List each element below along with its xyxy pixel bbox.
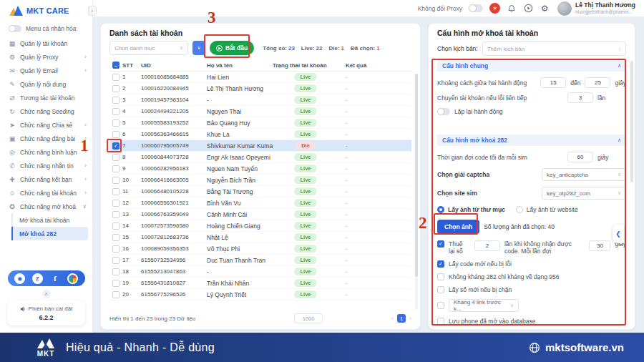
accounts-panel-title: Danh sách tài khoản — [109, 26, 411, 37]
user-menu[interactable]: Lê Thị Thanh Hương huonglethithanh@phamm… — [557, 1, 635, 16]
sidebar-item-unlock-282[interactable]: Mở khoá 282 — [11, 227, 88, 240]
row-checkbox[interactable] — [112, 222, 119, 230]
settings-gear-icon[interactable]: ⚙ — [540, 4, 550, 14]
table-scrollbar[interactable] — [415, 74, 418, 310]
table-row[interactable]: 16 100089059356353 Võ Thục Phi Live - — [109, 243, 411, 255]
sidebar-item-email-management[interactable]: ✉ Quản lý Email › — [0, 64, 92, 77]
cell-uid: 100066763359049 — [141, 211, 207, 217]
row-checkbox[interactable] — [112, 97, 119, 104]
sidebar-item-share[interactable]: ➤ Chức năng Chia sẻ › — [0, 118, 92, 132]
row-checkbox[interactable] — [112, 291, 119, 298]
config-scrollbar[interactable] — [630, 61, 633, 182]
category-select[interactable]: Chọn danh mục ∨ — [109, 41, 188, 55]
table-footer: Hiển thị 1 đến 23 trong 23 Dữ liệu ‹ 1 › — [109, 309, 411, 323]
table-row[interactable]: 13 100066763359049 Cảnh Minh Cái Live - — [109, 209, 411, 220]
row-checkbox[interactable] — [112, 131, 119, 138]
prev-page-icon[interactable]: ‹ — [391, 315, 394, 322]
tutorial-play-icon[interactable] — [523, 4, 533, 14]
table-row[interactable]: 2 100016220084945 Lê Thị Thanh Hương Liv… — [109, 83, 411, 94]
table-row[interactable]: 6 100056363466615 Khue La Live - — [109, 129, 411, 140]
cell-uid: 100089059356353 — [141, 245, 207, 252]
row-checkbox[interactable] — [112, 234, 119, 241]
version-collapse-icon[interactable]: ∧ — [42, 290, 51, 298]
scenario-select[interactable]: Thêm kịch bản ↕ — [482, 41, 626, 56]
row-checkbox[interactable] — [112, 119, 119, 127]
sidebar-item-unlock-functions[interactable]: ✪ Chức năng mở khoá ∨ — [0, 200, 92, 213]
table-row[interactable]: 17 61550732534956 Duc Tuan Thanh Tran Li… — [109, 255, 411, 266]
table-row[interactable]: 1 100016085684885 Hai Lien Live - — [109, 72, 411, 83]
cell-name: Bằng Tài Trương — [207, 188, 273, 195]
row-checkbox[interactable] — [112, 280, 119, 287]
cell-name: - — [207, 97, 273, 104]
brand-name: MKT CARE — [26, 6, 69, 15]
cell-result: - — [338, 74, 411, 80]
sidebar-item-icon: ✚ — [9, 176, 16, 183]
personalize-toggle[interactable] — [9, 25, 21, 32]
table-row[interactable]: 15 100072812683736 Nhật Lệ Live - — [109, 232, 411, 243]
row-checkbox[interactable] — [112, 200, 119, 207]
footer-website[interactable]: mktsoftware.vn — [529, 341, 624, 353]
row-checkbox[interactable] — [112, 257, 119, 264]
sidebar-item-posting[interactable]: ▣ Chức năng đăng bài › — [0, 132, 92, 145]
sidebar-item-accounts-management[interactable]: ▦ Quản lý tài khoản — [0, 36, 92, 50]
table-row[interactable]: 9 100066282956183 Nguen Nam Tuyển Live - — [109, 163, 411, 175]
notifications-bell-icon[interactable] — [507, 4, 517, 14]
row-checkbox[interactable] — [112, 85, 119, 92]
table-row[interactable]: 11 100066480105228 Bằng Tài Trương Live … — [109, 186, 411, 197]
table-row[interactable]: 18 61555213047863 - Live - — [109, 266, 411, 278]
sidebar-item-content-management[interactable]: ✎ Quản lý nội dung — [0, 77, 92, 91]
table-row[interactable]: 10 100066416663005 Nguyễn Bích Trần Live… — [109, 175, 411, 186]
cell-stt: 13 — [122, 211, 141, 217]
brand-logo: MKT CARE — [0, 0, 92, 21]
cell-result: - — [338, 245, 411, 252]
cell-name: Nguyễn Bích Trần — [207, 177, 273, 184]
sidebar-item-account-interaction[interactable]: ⇄ Tương tác tài khoản — [0, 91, 92, 104]
table-row[interactable]: 4 100024494221205 Nguyen Thai Live - — [109, 106, 411, 117]
row-checkbox[interactable] — [112, 268, 119, 275]
row-checkbox[interactable] — [112, 245, 119, 253]
cell-stt: 8 — [122, 154, 141, 160]
annotation-number-2: 2 — [419, 215, 427, 231]
status-badge: Live — [294, 84, 316, 92]
row-checkbox[interactable] — [112, 74, 119, 81]
sidebar-item-messaging[interactable]: ✆ Chức năng nhắn tin › — [0, 159, 92, 172]
table-row[interactable]: 7 100060795005749 Shivkumar Kumar Kumar … — [109, 140, 411, 152]
panel-collapse-handle[interactable]: ❮ — [613, 225, 624, 243]
language-flag-icon[interactable]: ★ — [489, 3, 500, 14]
zalo-icon[interactable]: Z — [32, 273, 43, 284]
table-row[interactable]: 20 61556775296526 Lý Quynh Triết Live - — [109, 289, 411, 300]
sidebar-item-seeding[interactable]: ↻ Chức năng Seeding — [0, 104, 92, 118]
sidebar-item-account-functions[interactable]: ☺ Chức năng tài khoản › — [0, 186, 92, 200]
table-row[interactable]: 19 61556431810827 Trần Khải Nhân Live - — [109, 278, 411, 289]
row-checkbox[interactable] — [112, 177, 119, 184]
table-row[interactable]: 3 100019457983104 - Live - — [109, 94, 411, 106]
support-bot-icon[interactable]: ◉ — [14, 273, 25, 284]
table-row[interactable]: 12 100066556301921 Bình Văn Vu Live - — [109, 197, 411, 209]
facebook-icon[interactable]: f — [49, 273, 60, 284]
select-all-checkbox[interactable] — [112, 62, 119, 69]
row-checkbox[interactable] — [112, 165, 119, 172]
sidebar-item-arrow-icon: ∨ — [82, 203, 87, 210]
status-badge: Live — [294, 199, 316, 207]
cell-name: Nguen Nam Tuyển — [207, 165, 273, 172]
sidebar-item-proxy-management[interactable]: ⚙ Quản lý Proxy › — [0, 50, 92, 64]
table-row[interactable]: 14 100072573596580 Hoàng Chiến Giang Liv… — [109, 220, 411, 232]
accounts-table-body: 1 100016085684885 Hai Lien Live - 2 1000… — [109, 72, 411, 300]
next-page-icon[interactable]: › — [409, 315, 411, 322]
status-badge: Live — [294, 187, 316, 195]
row-checkbox[interactable] — [112, 211, 119, 218]
table-row[interactable]: 8 100060844073728 Engr Ak Isaac Opeyemi … — [109, 152, 411, 163]
sidebar-item-friending[interactable]: ✚ Chức năng kết bạn › — [0, 172, 92, 186]
table-row[interactable]: 5 100055583193252 Bảo Quang Huy Live - — [109, 117, 411, 129]
page-number[interactable]: 1 — [397, 314, 406, 323]
row-checkbox[interactable] — [112, 154, 119, 161]
sidebar-item-comment[interactable]: ◎ Chức năng bình luận › — [0, 145, 92, 159]
sidebar-collapse-button[interactable]: › — [88, 6, 97, 16]
website-globe-icon[interactable] — [67, 273, 78, 284]
row-checkbox[interactable] — [112, 188, 119, 195]
sidebar-item-unlock-account[interactable]: Mở khoá tài khoản — [11, 213, 88, 227]
proxy-toggle[interactable] — [469, 4, 483, 12]
page-size-input[interactable] — [294, 313, 323, 323]
row-checkbox[interactable] — [112, 108, 119, 115]
cell-uid: 61550732534956 — [141, 257, 207, 263]
